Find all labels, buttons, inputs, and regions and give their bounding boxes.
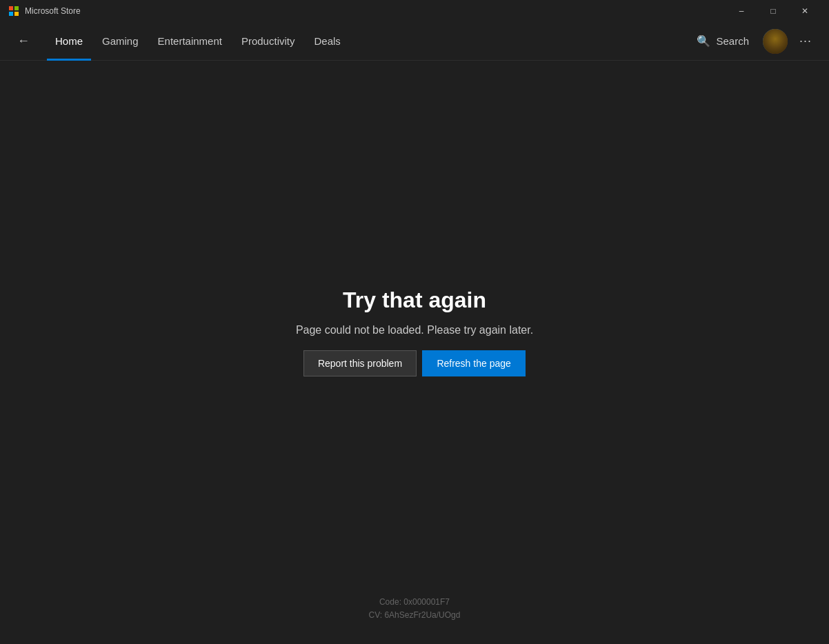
nav-item-gaming[interactable]: Gaming — [94, 23, 147, 61]
app-title: Microsoft Store — [25, 6, 81, 16]
back-button[interactable]: ← — [11, 29, 36, 54]
footer: Code: 0x000001F7 CV: 6AhSezFr2Ua/UOgd — [0, 596, 829, 622]
error-buttons: Report this problem Refresh the page — [303, 350, 526, 376]
error-title: Try that again — [343, 288, 486, 313]
nav-item-home[interactable]: Home — [47, 23, 91, 61]
search-icon: 🔍 — [697, 34, 710, 48]
maximize-button[interactable]: □ — [757, 0, 789, 22]
nav-item-deals[interactable]: Deals — [306, 23, 348, 61]
store-icon — [8, 6, 19, 17]
main-content: Try that again Page could not be loaded.… — [0, 61, 829, 644]
svg-rect-3 — [14, 12, 19, 16]
more-icon: ··· — [799, 34, 812, 48]
error-container: Try that again Page could not be loaded.… — [296, 288, 533, 376]
svg-rect-2 — [9, 12, 13, 16]
nav-item-productivity[interactable]: Productivity — [233, 23, 303, 61]
report-problem-button[interactable]: Report this problem — [303, 350, 417, 376]
nav-bar: ← Home Gaming Entertainment Productivity… — [0, 22, 829, 61]
error-code: Code: 0x000001F7 — [0, 596, 829, 609]
avatar-image — [763, 29, 788, 54]
refresh-page-button[interactable]: Refresh the page — [422, 350, 526, 376]
title-bar-controls: – □ ✕ — [726, 0, 821, 22]
minimize-icon: – — [739, 6, 744, 16]
close-button[interactable]: ✕ — [789, 0, 821, 22]
more-options-button[interactable]: ··· — [793, 29, 818, 54]
avatar[interactable] — [763, 29, 788, 54]
close-icon: ✕ — [801, 6, 808, 16]
nav-right: 🔍 Search ··· — [688, 29, 818, 54]
svg-rect-1 — [14, 6, 19, 10]
svg-rect-0 — [9, 6, 13, 10]
title-bar-left: Microsoft Store — [8, 6, 81, 17]
error-subtitle: Page could not be loaded. Please try aga… — [296, 324, 533, 336]
error-cv: CV: 6AhSezFr2Ua/UOgd — [0, 609, 829, 622]
nav-items: Home Gaming Entertainment Productivity D… — [47, 22, 688, 60]
search-button[interactable]: 🔍 Search — [688, 29, 757, 54]
minimize-button[interactable]: – — [726, 0, 757, 22]
title-bar: Microsoft Store – □ ✕ — [0, 0, 829, 22]
nav-item-entertainment[interactable]: Entertainment — [150, 23, 230, 61]
maximize-icon: □ — [770, 6, 775, 16]
back-icon: ← — [17, 34, 30, 48]
